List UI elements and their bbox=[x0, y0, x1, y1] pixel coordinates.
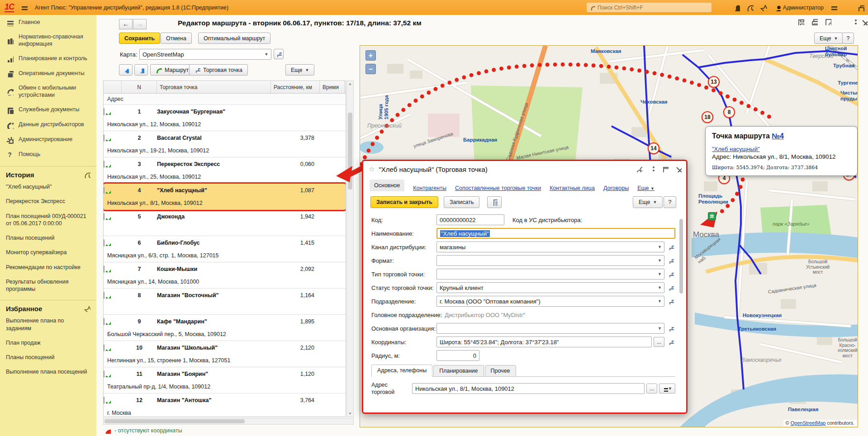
trade-point-name[interactable]: Кошки-Мышки bbox=[157, 266, 271, 272]
get-link-icon[interactable] bbox=[635, 165, 642, 172]
code-field[interactable]: 00000000022 bbox=[436, 214, 504, 225]
open-division-button[interactable] bbox=[666, 296, 675, 306]
row-checkbox[interactable] bbox=[104, 187, 104, 194]
history-clock-icon[interactable] bbox=[84, 171, 90, 178]
main-menu-icon[interactable] bbox=[20, 4, 28, 11]
more-button[interactable]: Еще▼ bbox=[814, 33, 843, 44]
save-settings-icon[interactable] bbox=[797, 18, 804, 25]
service-menu-icon[interactable] bbox=[830, 4, 837, 11]
dialog-scrollbar[interactable] bbox=[679, 215, 683, 408]
move-up-button[interactable] bbox=[119, 64, 133, 76]
table-header[interactable]: N Торговая точка Расстояние, км Время bbox=[104, 81, 346, 94]
maximize-icon[interactable] bbox=[661, 165, 669, 172]
trade-address-field[interactable]: Никольская ул., 8/1, Москва, 109012 bbox=[412, 383, 645, 394]
save-and-close-button[interactable]: Записать и закрыть bbox=[370, 196, 438, 208]
trade-point-name[interactable]: Магазин "Школьный" bbox=[157, 345, 271, 351]
trade-point-name[interactable]: Магазин "Восточный" bbox=[157, 292, 271, 299]
sidebar-item-0[interactable]: Главное bbox=[0, 15, 96, 30]
form-kebab-icon[interactable] bbox=[850, 18, 858, 25]
row-checkbox[interactable] bbox=[104, 108, 104, 115]
chevron-down-icon[interactable]: ▼ bbox=[656, 270, 663, 278]
open-channel-button[interactable] bbox=[666, 242, 675, 252]
status-field[interactable]: Крупный клиент▼ bbox=[436, 282, 664, 293]
type-field[interactable]: ▼ bbox=[436, 269, 664, 280]
table-row-11[interactable]: 12 Магазин "Антошка" 3,764 г. Москва bbox=[104, 393, 346, 417]
trade-point-name[interactable]: Закусочная "Бургерная" bbox=[157, 109, 271, 115]
history-item-5[interactable]: Рекомендации по настройке bbox=[0, 260, 96, 275]
row-checkbox[interactable] bbox=[104, 318, 104, 325]
document-log-button[interactable] bbox=[487, 196, 502, 208]
open-org-button[interactable] bbox=[666, 323, 675, 333]
route-point-number-link[interactable]: №4 bbox=[772, 132, 784, 140]
table-row-7[interactable]: 8 Магазин "Восточный" 1,164 bbox=[104, 289, 346, 315]
scroll-down-arrow[interactable]: ▼ bbox=[348, 412, 352, 416]
dialog-more-button[interactable]: Еще▼ bbox=[633, 196, 663, 208]
dialog-header[interactable]: ☆ "Хлеб насущный" (Торговая точка) bbox=[363, 161, 686, 177]
row-checkbox[interactable] bbox=[104, 344, 104, 351]
favorite-star-icon[interactable]: ☆ bbox=[369, 165, 375, 173]
table-row-2[interactable]: 3 Перекресток Экспресс 0,060 Никольская … bbox=[104, 157, 346, 184]
tab-other[interactable]: Прочее bbox=[485, 365, 516, 376]
trade-point-name[interactable]: Baccarat Crystal bbox=[157, 135, 271, 141]
sidebar-item-5[interactable]: Служебные документы bbox=[0, 103, 96, 118]
history-item-1[interactable]: Перекресток Экспресс bbox=[0, 194, 96, 209]
history-item-0[interactable]: "Хлеб насущный" bbox=[0, 180, 96, 194]
org-field[interactable]: ▼ bbox=[436, 323, 664, 334]
favorites-star-outline-icon[interactable] bbox=[84, 305, 90, 312]
coordinates-field[interactable]: Широта: 55°45'23.84"; Долгота: 37°37'23.… bbox=[436, 336, 652, 347]
print-icon[interactable] bbox=[811, 18, 818, 25]
row-checkbox[interactable] bbox=[104, 239, 104, 246]
history-item-6[interactable]: Результаты обновления программы bbox=[0, 275, 96, 297]
trade-point-name[interactable]: "Хлеб насущный" bbox=[157, 187, 271, 194]
scrollbar-thumb[interactable] bbox=[104, 419, 245, 423]
trade-point-name[interactable]: Кафе "Мандарин" bbox=[157, 318, 271, 325]
open-trade-point-button[interactable]: Торговая точка bbox=[189, 64, 248, 76]
route-marker-2[interactable]: 18 bbox=[702, 111, 713, 123]
help-button[interactable]: ? bbox=[842, 33, 854, 44]
map-zoom-in-button[interactable]: + bbox=[365, 50, 376, 61]
table-row-3[interactable]: 4 "Хлеб насущный" 1,087 Никольская ул., … bbox=[104, 184, 346, 210]
open-status-button[interactable] bbox=[666, 283, 675, 293]
tab-main[interactable]: Основное bbox=[370, 180, 404, 191]
table-row-5[interactable]: 6 Библио-Глобус 1,415 Мясницкая ул., 6/3… bbox=[104, 236, 346, 262]
row-checkbox[interactable] bbox=[104, 397, 104, 404]
trade-point-name[interactable]: Библио-Глобус bbox=[157, 240, 271, 246]
address-picker-button[interactable]: ... bbox=[646, 384, 657, 393]
chevron-down-icon[interactable]: ▼ bbox=[656, 243, 663, 251]
route-marker-0[interactable]: 13 bbox=[708, 76, 720, 88]
history-item-3[interactable]: Планы посещений bbox=[0, 231, 96, 245]
global-search-input[interactable]: Поиск Ctrl+Shift+F bbox=[587, 3, 711, 12]
tab-addresses-phones[interactable]: Адреса, телефоны bbox=[371, 365, 432, 377]
tab-contacts[interactable]: Контактные лица bbox=[550, 185, 595, 191]
dialog-close-icon[interactable] bbox=[674, 165, 682, 172]
coordinates-picker-button[interactable]: ... bbox=[654, 337, 664, 347]
notifications-bell-icon[interactable] bbox=[733, 4, 740, 11]
chevron-down-icon[interactable]: ▼ bbox=[263, 51, 270, 58]
sidebar-item-4[interactable]: Обмен с мобильными устройствами bbox=[0, 81, 96, 102]
table-row-8[interactable]: 9 Кафе "Мандарин" 1,895 Большой Черкасск… bbox=[104, 315, 346, 341]
map-provider-select[interactable]: OpenStreetMap ▼ bbox=[139, 49, 271, 60]
sidebar-item-3[interactable]: Оперативные документы bbox=[0, 66, 96, 81]
row-checkbox[interactable] bbox=[104, 292, 104, 299]
save-record-button[interactable]: Записать bbox=[444, 196, 479, 208]
row-checkbox[interactable] bbox=[104, 161, 104, 168]
table-row-4[interactable]: 5 Джоконда 1,942 bbox=[104, 210, 346, 236]
open-map-provider-button[interactable] bbox=[274, 49, 284, 59]
channel-field[interactable]: магазины▼ bbox=[436, 242, 664, 252]
sidebar-item-8[interactable]: ? Помощь bbox=[0, 147, 96, 163]
sidebar-item-1[interactable]: Нормативно-справочная информация bbox=[0, 30, 96, 51]
chevron-down-icon[interactable]: ▼ bbox=[656, 257, 663, 264]
history-item-4[interactable]: Монитор супервайзера bbox=[0, 245, 96, 260]
open-format-button[interactable] bbox=[666, 256, 675, 265]
trade-point-name[interactable]: Перекресток Экспресс bbox=[157, 161, 271, 167]
table-row-10[interactable]: 11 Магазин "Боярин" 1,120 Театральный пр… bbox=[104, 367, 346, 393]
minimize-icon[interactable] bbox=[844, 4, 851, 11]
favorite-item-0[interactable]: Выполнение плана по заданиям bbox=[0, 313, 96, 336]
radius-field[interactable]: 0 bbox=[436, 350, 479, 361]
osm-link[interactable]: OpenStreetMap bbox=[791, 420, 826, 426]
row-checkbox[interactable] bbox=[104, 134, 104, 142]
favorite-item-3[interactable]: Выполнение плана посещений bbox=[0, 365, 96, 379]
name-field[interactable]: "Хлеб насущный" bbox=[436, 228, 675, 239]
sidebar-item-7[interactable]: Администрирование bbox=[0, 133, 96, 147]
history-item-2[interactable]: План посещений 00УД-000021 от 05.06.2017… bbox=[0, 209, 96, 231]
